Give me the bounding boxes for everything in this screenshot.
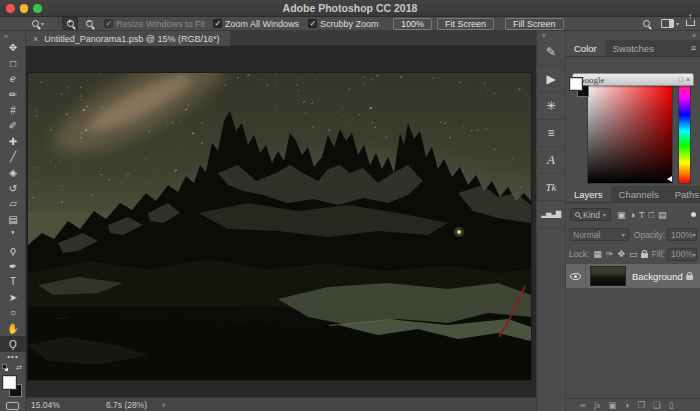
eye-icon [570, 273, 581, 280]
fill-screen-button[interactable]: Fill Screen [505, 18, 564, 30]
edit-toolbar-button[interactable]: ••• [0, 352, 26, 364]
panel-menu-icon[interactable]: ≡ [687, 40, 700, 56]
fit-screen-button[interactable]: Fit Screen [437, 18, 494, 30]
layer-visibility-toggle[interactable] [566, 264, 586, 288]
window-title: Adobe Photoshop CC 2018 [0, 0, 700, 17]
brush-settings-icon[interactable]: ✎ [537, 39, 565, 66]
default-colors-control[interactable]: ⇄ [0, 364, 26, 375]
canvas-pasteboard[interactable] [26, 46, 536, 397]
lasso-tool[interactable]: ℯ [0, 71, 26, 87]
hand-tool[interactable]: ✋ [0, 321, 26, 337]
saturation-brightness-field[interactable] [588, 83, 672, 183]
history-brush-tool[interactable]: ↺ [0, 180, 26, 196]
lock-transparency-icon[interactable]: ▦ [593, 249, 602, 259]
workspace-switcher[interactable]: ▾ [661, 17, 679, 30]
filter-adjustment-layers-icon[interactable]: ◑ [630, 210, 635, 220]
zoom-out-button[interactable]: − [81, 17, 97, 30]
foreground-color-swatch[interactable] [3, 376, 16, 389]
new-group-icon[interactable]: ❐ [637, 400, 645, 410]
fill-dropdown[interactable]: 100% ▾ [667, 248, 697, 261]
collapse-panels-chevron[interactable]: » [692, 32, 696, 39]
blend-mode-dropdown[interactable]: Normal ▾ [569, 228, 629, 241]
actions-icon[interactable]: ▶ [537, 66, 565, 93]
lock-position-icon[interactable]: ✥ [617, 249, 625, 259]
document-tab[interactable]: × Untitled_Panorama1.psb @ 15% (RGB/16*) [26, 31, 230, 46]
link-layers-icon[interactable]: ∞ [580, 400, 586, 410]
share-button[interactable] [686, 14, 695, 27]
expand-dock-chevron[interactable]: « [537, 31, 565, 39]
layer-locked-icon [686, 275, 693, 280]
tab-paths[interactable]: Paths [667, 186, 700, 202]
tab-swatches[interactable]: Swatches [605, 40, 662, 56]
tab-color[interactable]: Color [566, 40, 605, 56]
new-adjustment-layer-icon[interactable]: ◑ [624, 400, 629, 410]
zoom-in-button[interactable]: + [62, 17, 78, 30]
close-window-icon[interactable]: × [686, 76, 690, 83]
layer-thumbnail[interactable] [590, 266, 626, 286]
document-tab-title: Untitled_Panorama1.psb @ 15% (RGB/16*) [44, 34, 219, 44]
filter-toggle[interactable] [691, 212, 696, 217]
ellipse-tool[interactable]: ○ [0, 305, 26, 321]
marquee-tool[interactable]: □ [0, 56, 26, 72]
path-selection-tool[interactable]: ➤ [0, 290, 26, 306]
panel-column: » Color Swatches ≡ Google □ × [566, 31, 700, 411]
screen-mode-button[interactable] [6, 402, 19, 410]
filter-smart-objects-icon[interactable]: ▤ [658, 210, 667, 220]
search-icon [575, 212, 580, 217]
brush-tool[interactable]: ╱ [0, 149, 26, 165]
add-layer-mask-icon[interactable]: ▣ [608, 400, 616, 410]
tab-channels[interactable]: Channels [611, 186, 667, 202]
status-menu-chevron[interactable]: › [162, 400, 165, 410]
collapse-tools-chevron[interactable]: » [0, 31, 25, 40]
gradient-tool[interactable]: ▤ [0, 212, 26, 228]
layer-effects-icon[interactable]: fx [594, 400, 600, 410]
panorama-photo [28, 73, 531, 380]
lock-pixels-icon[interactable]: ✑ [606, 249, 614, 259]
histogram-icon[interactable]: ▂▅▃▇ [537, 201, 565, 228]
google-floating-window[interactable]: Google □ × [572, 73, 694, 86]
eraser-tool[interactable]: ▱ [0, 196, 26, 212]
crop-tool[interactable]: # [0, 102, 26, 118]
scrubby-zoom-checkbox[interactable]: Scrubby Zoom [308, 17, 379, 30]
clone-stamp-tool[interactable]: ◈ [0, 165, 26, 181]
resize-windows-checkbox[interactable]: Resize Windows to Fit [104, 17, 205, 30]
healing-brush-tool[interactable]: ✚ [0, 134, 26, 150]
zoom-tool[interactable]: Ǫ [0, 336, 26, 352]
adjustments-icon[interactable]: ✳ [537, 93, 565, 120]
zoom-all-windows-checkbox[interactable]: Zoom All Windows [213, 17, 299, 30]
lock-all-icon[interactable] [641, 253, 648, 258]
maximize-window-icon[interactable]: □ [679, 76, 683, 83]
eyedropper-tool[interactable]: ✐ [0, 118, 26, 134]
opacity-dropdown[interactable]: 100% ▾ [667, 228, 697, 241]
filter-pixel-layers-icon[interactable]: ▣ [617, 210, 626, 220]
layer-row-background[interactable]: Background [566, 264, 700, 288]
tab-layers[interactable]: Layers [566, 186, 611, 202]
type-tool[interactable]: T [0, 274, 26, 290]
filter-shape-layers-icon[interactable]: □ [648, 210, 653, 220]
move-tool[interactable]: ✥ [0, 40, 26, 56]
checkbox-icon [213, 19, 222, 28]
new-layer-icon[interactable]: ❏ [653, 400, 661, 410]
close-tab-icon[interactable]: × [33, 34, 38, 44]
paragraph-styles-icon[interactable]: ≡ [537, 120, 565, 147]
dodge-tool[interactable]: ϙ [0, 243, 26, 259]
character-icon[interactable]: Tk [537, 174, 565, 201]
delete-layer-icon[interactable]: ▯ [669, 400, 674, 410]
zoom-100-button[interactable]: 100% [393, 18, 432, 30]
checkbox-label: Resize Windows to Fit [116, 19, 205, 29]
lock-artboard-icon[interactable]: ▭ [629, 249, 638, 259]
glyphs-icon[interactable]: A [537, 147, 565, 174]
search-button[interactable] [643, 17, 650, 30]
filter-type-layers-icon[interactable]: T [639, 210, 645, 220]
zoom-percentage-field[interactable]: 15.04% [31, 400, 60, 410]
swap-colors-icon[interactable]: ⇄ [16, 364, 22, 372]
canvas-image[interactable] [28, 73, 531, 380]
quick-selection-tool[interactable]: ✏ [0, 87, 26, 103]
layer-filter-kind-dropdown[interactable]: Kind ▾ [570, 208, 611, 221]
pen-tool[interactable]: ✒ [0, 258, 26, 274]
blur-tool[interactable]: ❜ [0, 227, 26, 243]
foreground-color-swatch[interactable] [570, 78, 582, 90]
zoom-in-icon: + [67, 20, 74, 27]
hue-slider[interactable] [679, 83, 690, 183]
tool-preset-picker[interactable]: ▾ [32, 17, 44, 30]
